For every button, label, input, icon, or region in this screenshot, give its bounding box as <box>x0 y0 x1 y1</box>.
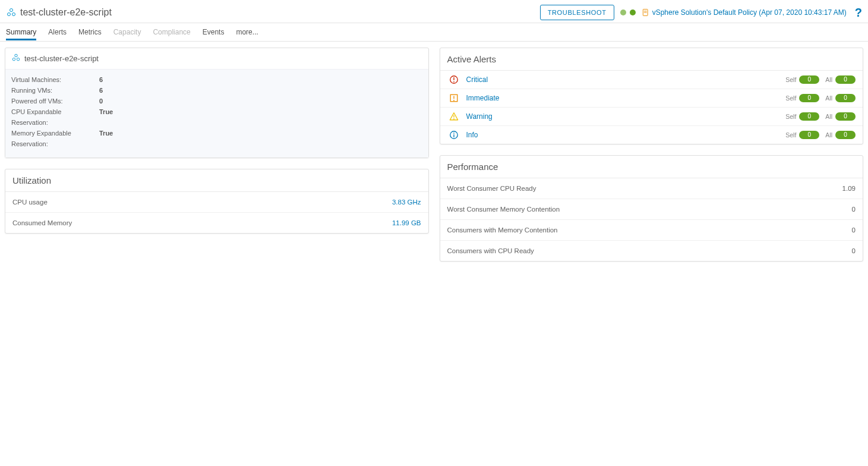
content-grid: test-cluster-e2e-script Virtual Machines… <box>0 42 868 267</box>
svg-point-7 <box>12 58 15 60</box>
info-card-body: Virtual Machines:6Running VMs:6Powered o… <box>5 69 428 158</box>
warning-icon <box>447 112 460 121</box>
alert-row-immediate: ImmediateSelf0All0 <box>440 89 863 108</box>
tab-more-[interactable]: more... <box>236 24 258 40</box>
alert-all-group: All0 <box>825 131 856 139</box>
info-key: CPU Expandable Reservation: <box>11 106 94 128</box>
alert-all-count: 0 <box>835 75 856 84</box>
performance-row[interactable]: Consumers with Memory Contention0 <box>440 220 863 241</box>
alert-level-link[interactable]: Immediate <box>466 94 786 102</box>
alert-self-group: Self0 <box>785 131 819 139</box>
info-row: Memory Expandable Reservation:True <box>11 128 422 149</box>
svg-point-14 <box>453 100 454 101</box>
alert-row-critical: CriticalSelf0All0 <box>440 71 863 89</box>
performance-value: 0 <box>852 226 856 234</box>
alert-level-link[interactable]: Critical <box>466 75 786 84</box>
svg-point-11 <box>453 81 454 83</box>
alert-rows: CriticalSelf0All0ImmediateSelf0All0Warni… <box>440 71 863 144</box>
info-row: Virtual Machines:6 <box>11 74 422 85</box>
alert-counts: Self0All0 <box>785 94 856 102</box>
alert-self-label: Self <box>785 76 796 83</box>
info-value: 6 <box>99 74 103 85</box>
utilization-value: 11.99 GB <box>392 219 421 226</box>
info-key: Powered off VMs: <box>11 96 94 106</box>
alert-self-count: 0 <box>799 131 819 139</box>
alert-level-link[interactable]: Info <box>466 131 786 139</box>
right-column: Active Alerts CriticalSelf0All0Immediate… <box>440 48 864 262</box>
alert-row-warning: WarningSelf0All0 <box>440 108 863 126</box>
status-dot-health-icon <box>630 10 636 15</box>
alert-all-count: 0 <box>835 112 856 121</box>
svg-point-6 <box>15 54 17 56</box>
alert-self-group: Self0 <box>785 94 819 102</box>
performance-row[interactable]: Worst Consumer Memory Contention0 <box>440 199 863 220</box>
alert-all-group: All0 <box>825 75 856 84</box>
utilization-panel: Utilization CPU usage3.83 GHzConsumed Me… <box>5 169 429 234</box>
alert-all-label: All <box>825 95 832 102</box>
alert-all-count: 0 <box>835 94 856 102</box>
help-icon[interactable]: ? <box>855 6 862 20</box>
performance-panel: Performance Worst Consumer CPU Ready1.09… <box>440 155 864 262</box>
active-alerts-panel: Active Alerts CriticalSelf0All0Immediate… <box>440 48 864 144</box>
alert-self-count: 0 <box>799 75 819 84</box>
info-key: Memory Expandable Reservation: <box>11 128 94 149</box>
alert-self-group: Self0 <box>785 75 819 84</box>
left-column: test-cluster-e2e-script Virtual Machines… <box>5 48 429 234</box>
info-icon <box>447 130 460 140</box>
cluster-icon <box>6 7 17 18</box>
status-dot-receiving-icon <box>620 10 626 15</box>
page-title: test-cluster-e2e-script <box>20 7 112 18</box>
tabs: SummaryAlertsMetricsCapacityComplianceEv… <box>0 23 868 42</box>
tab-alerts[interactable]: Alerts <box>48 24 67 40</box>
policy-icon <box>642 8 650 17</box>
troubleshoot-button[interactable]: TROUBLESHOOT <box>540 5 614 20</box>
alert-all-label: All <box>825 131 832 138</box>
page-header: test-cluster-e2e-script TROUBLESHOOT vSp… <box>0 0 868 23</box>
performance-row[interactable]: Consumers with CPU Ready0 <box>440 241 863 261</box>
performance-label: Consumers with Memory Contention <box>447 226 852 234</box>
alert-level-link[interactable]: Warning <box>466 112 786 121</box>
critical-icon <box>447 75 460 84</box>
info-value: 0 <box>99 96 103 106</box>
svg-point-19 <box>453 133 454 134</box>
performance-label: Worst Consumer CPU Ready <box>447 185 842 192</box>
alert-all-label: All <box>825 76 832 83</box>
alert-counts: Self0All0 <box>785 112 856 121</box>
info-value: True <box>99 106 113 128</box>
tab-capacity: Capacity <box>113 24 141 40</box>
svg-point-0 <box>10 9 13 12</box>
performance-value: 0 <box>852 247 856 254</box>
alert-all-group: All0 <box>825 112 856 121</box>
alert-all-group: All0 <box>825 94 856 102</box>
performance-label: Consumers with CPU Ready <box>447 247 852 254</box>
policy-link[interactable]: vSphere Solution's Default Policy (Apr 0… <box>642 8 847 17</box>
info-key: Running VMs: <box>11 85 94 96</box>
performance-row[interactable]: Worst Consumer CPU Ready1.09 <box>440 178 863 199</box>
alert-all-label: All <box>825 113 832 120</box>
alert-counts: Self0All0 <box>785 131 856 139</box>
svg-point-1 <box>8 13 11 16</box>
alert-row-info: InfoSelf0All0 <box>440 126 863 144</box>
alert-self-group: Self0 <box>785 112 819 121</box>
alert-self-label: Self <box>785 95 796 102</box>
tab-events[interactable]: Events <box>203 24 225 40</box>
utilization-rows: CPU usage3.83 GHzConsumed Memory11.99 GB <box>5 192 428 233</box>
utilization-label: Consumed Memory <box>12 219 392 226</box>
alert-counts: Self0All0 <box>785 75 856 84</box>
performance-rows: Worst Consumer CPU Ready1.09Worst Consum… <box>440 178 863 261</box>
info-row: Powered off VMs:0 <box>11 96 422 106</box>
utilization-row[interactable]: CPU usage3.83 GHz <box>5 192 428 213</box>
tab-metrics[interactable]: Metrics <box>78 24 102 40</box>
tab-summary[interactable]: Summary <box>6 24 36 40</box>
svg-point-2 <box>12 13 15 16</box>
svg-point-8 <box>17 58 19 60</box>
alert-self-count: 0 <box>799 94 819 102</box>
performance-value: 1.09 <box>842 185 856 192</box>
info-card-title: test-cluster-e2e-script <box>24 54 99 63</box>
info-card-header: test-cluster-e2e-script <box>5 48 428 69</box>
info-row: CPU Expandable Reservation:True <box>11 106 422 128</box>
info-value: True <box>99 128 113 149</box>
utilization-row[interactable]: Consumed Memory11.99 GB <box>5 213 428 233</box>
cluster-icon <box>11 53 21 64</box>
svg-point-17 <box>453 118 454 119</box>
